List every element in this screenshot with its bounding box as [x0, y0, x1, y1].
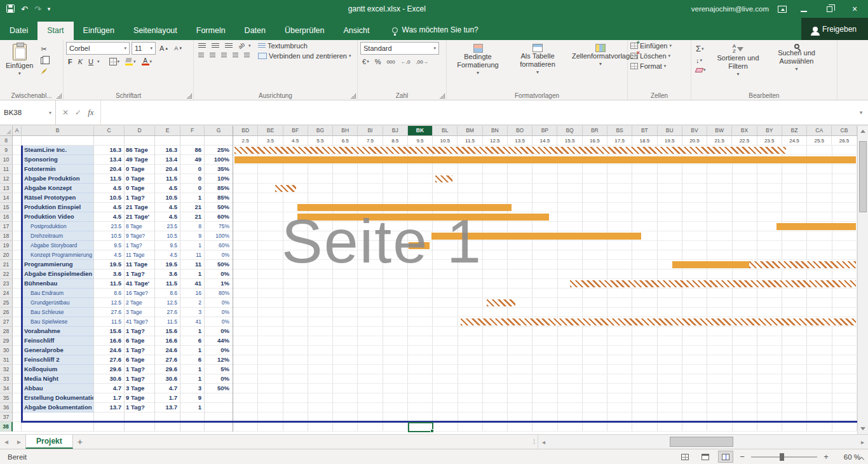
cell-E30[interactable]: 24.6: [155, 346, 180, 355]
cell-D38[interactable]: [125, 422, 155, 432]
cell-F21[interactable]: 11: [180, 260, 205, 270]
cell-E15[interactable]: 4.5: [155, 203, 180, 212]
cell-G36[interactable]: [205, 403, 233, 413]
cell-E34[interactable]: 4.7: [155, 384, 180, 393]
cell-C35[interactable]: 1.7: [94, 393, 125, 403]
cell-E14[interactable]: 10.5: [155, 193, 180, 203]
cell-C9[interactable]: 16.3: [94, 146, 125, 155]
cell-B20[interactable]: Konzept Programmierung: [22, 250, 94, 260]
cell-E38[interactable]: [155, 422, 180, 432]
column-header-CB[interactable]: CB: [832, 126, 857, 136]
formula-input[interactable]: [101, 100, 854, 125]
cell-G21[interactable]: 50%: [205, 260, 233, 270]
cell-G13[interactable]: 85%: [205, 184, 233, 193]
underline-button[interactable]: U: [86, 57, 95, 66]
cell-B32[interactable]: Kolloquium: [22, 365, 94, 374]
cell-D34[interactable]: 3 Tage: [125, 384, 155, 393]
row-header-33[interactable]: 33: [0, 374, 13, 384]
column-header-BF[interactable]: BF: [283, 126, 308, 136]
row-header-21[interactable]: 21: [0, 260, 13, 270]
tab-datei[interactable]: Datei: [0, 22, 37, 40]
cell-G31[interactable]: 12%: [205, 355, 233, 365]
cell-A36[interactable]: [13, 403, 22, 413]
cell-E32[interactable]: 29.6: [155, 365, 180, 374]
column-header-E[interactable]: E: [155, 126, 180, 136]
cell-D16[interactable]: 21 Tage': [125, 212, 155, 222]
column-header-BQ[interactable]: BQ: [557, 126, 582, 136]
decrease-font-icon[interactable]: A▼: [172, 44, 184, 52]
cell-B13[interactable]: Abgabe Konzept: [22, 184, 94, 193]
cell-D35[interactable]: 9 Tage: [125, 393, 155, 403]
tab-einfügen[interactable]: Einfügen: [74, 22, 124, 40]
cell-D23[interactable]: 41 Tage': [125, 279, 155, 289]
cell-E17[interactable]: 23.5: [155, 222, 180, 231]
view-page-break-button[interactable]: [718, 451, 733, 463]
cell-C15[interactable]: 4.5: [94, 203, 125, 212]
number-format-combo[interactable]: Standard▾: [360, 42, 439, 55]
font-size-combo[interactable]: 11▾: [132, 42, 156, 55]
cell-A21[interactable]: [13, 260, 22, 270]
cell-C25[interactable]: 12.5: [94, 298, 125, 308]
cell-F36[interactable]: 1: [180, 403, 205, 413]
thousands-format-button[interactable]: 000: [384, 58, 397, 65]
column-header-D[interactable]: D: [125, 126, 155, 136]
cell-D21[interactable]: 11 Tage: [125, 260, 155, 270]
align-top-button[interactable]: [196, 43, 208, 50]
cell-A14[interactable]: [13, 193, 22, 203]
cell-C36[interactable]: 13.7: [94, 403, 125, 413]
paste-button[interactable]: Einfügen▾: [3, 42, 36, 78]
name-box[interactable]: BK38▾: [0, 100, 56, 125]
cell-A25[interactable]: [13, 298, 22, 308]
column-header-G[interactable]: G: [205, 126, 233, 136]
cell-C28[interactable]: 15.6: [94, 327, 125, 336]
cell-E9[interactable]: 16.3: [155, 146, 180, 155]
cell-E35[interactable]: 1.7: [155, 393, 180, 403]
cell-D32[interactable]: 1 Tag?: [125, 365, 155, 374]
collapse-ribbon-icon[interactable]: [859, 456, 864, 461]
cell-A16[interactable]: [13, 212, 22, 222]
align-right-button[interactable]: [219, 52, 229, 59]
number-dialog-launcher-icon[interactable]: [440, 93, 445, 99]
cell-A31[interactable]: [13, 355, 22, 365]
row-header-30[interactable]: 30: [0, 346, 13, 355]
cell-G22[interactable]: 0%: [205, 270, 233, 279]
customize-qat-icon[interactable]: ▾: [48, 6, 51, 12]
cell-B29[interactable]: Feinschliff: [22, 336, 94, 346]
orientation-button[interactable]: ab: [235, 39, 248, 51]
cell-D13[interactable]: 0 Tage: [125, 184, 155, 193]
cell-D25[interactable]: 2 Tage: [125, 298, 155, 308]
cell-B19[interactable]: Abgabe Storyboard: [22, 241, 94, 250]
cell-C27[interactable]: 11.5: [94, 317, 125, 327]
cell-D15[interactable]: 21 Tage: [125, 203, 155, 212]
cell-G10[interactable]: 100%: [205, 155, 233, 165]
cell-A34[interactable]: [13, 384, 22, 393]
tab-formeln[interactable]: Formeln: [187, 22, 235, 40]
format-cells-button[interactable]: Format▾: [630, 62, 688, 70]
share-button[interactable]: Freigeben: [801, 18, 868, 40]
close-button[interactable]: ×: [846, 4, 863, 14]
percent-format-button[interactable]: %: [373, 57, 383, 66]
cell-G16[interactable]: 60%: [205, 212, 233, 222]
row-header-35[interactable]: 35: [0, 393, 13, 403]
cell-B38[interactable]: [22, 422, 94, 432]
cell-C34[interactable]: 4.7: [94, 384, 125, 393]
cell-E24[interactable]: 8.6: [155, 289, 180, 298]
cell-G30[interactable]: 0%: [205, 346, 233, 355]
cell-E33[interactable]: 30.6: [155, 374, 180, 384]
scroll-right-icon[interactable]: ▸: [857, 439, 868, 446]
cell-F18[interactable]: 9: [180, 231, 205, 241]
cell-F25[interactable]: 2: [180, 298, 205, 308]
cell-A17[interactable]: [13, 222, 22, 231]
cell-F27[interactable]: 41: [180, 317, 205, 327]
cell-A18[interactable]: [13, 231, 22, 241]
cell-B35[interactable]: Erstellung Dokumentation: [22, 393, 94, 403]
column-header-BS[interactable]: BS: [607, 126, 632, 136]
column-header-BM[interactable]: BM: [458, 126, 482, 136]
cell-C17[interactable]: 23.5: [94, 222, 125, 231]
increase-font-icon[interactable]: A▲: [158, 44, 170, 53]
column-header-BH[interactable]: BH: [333, 126, 358, 136]
cell-E25[interactable]: 12.5: [155, 298, 180, 308]
cell-C19[interactable]: 9.5: [94, 241, 125, 250]
cell-D28[interactable]: 1 Tag?: [125, 327, 155, 336]
cell-D29[interactable]: 6 Tage: [125, 336, 155, 346]
